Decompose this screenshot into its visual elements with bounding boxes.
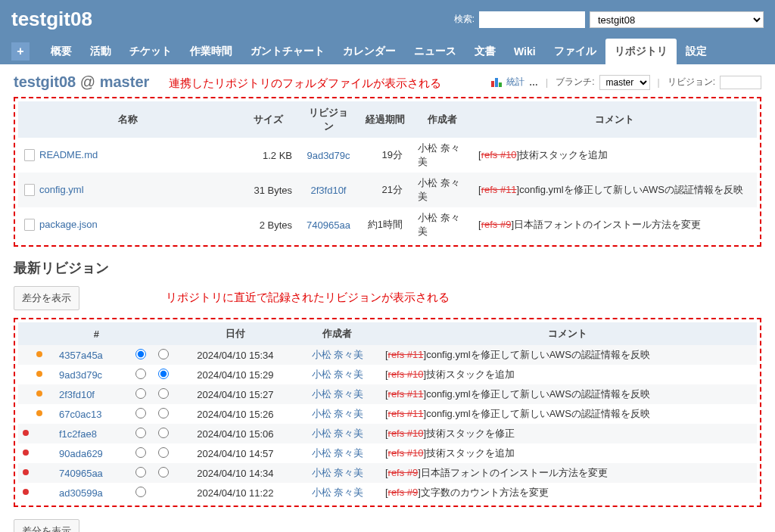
tab-tickets[interactable]: チケット: [120, 39, 181, 64]
files-table: 名称 サイズ リビジョン 経過期間 作成者 コメント README.md 1.2…: [18, 101, 757, 242]
revisions-title: 最新リビジョン: [14, 259, 761, 277]
revision-link[interactable]: 9ad3d79c: [59, 369, 102, 381]
revision-row: 9ad3d79c 2024/04/10 15:29 小松 奈々美 [refs #…: [18, 365, 757, 384]
svg-point-6: [23, 469, 29, 475]
diff-radio-from[interactable]: [135, 388, 146, 399]
file-link[interactable]: README.md: [39, 149, 98, 160]
revision-label: リビジョン:: [668, 76, 715, 89]
revision-row: f1c2fae8 2024/04/10 15:06 小松 奈々美 [refs #…: [18, 424, 757, 443]
tab-files[interactable]: ファイル: [545, 39, 605, 64]
file-row: package.json 2 Bytes 740965aa 約1時間 小松 奈々…: [18, 207, 757, 242]
diff-radio-to[interactable]: [158, 447, 169, 458]
revisions-box: # 日付 作成者 コメント 4357a45a 2024/04/10 15:34 …: [14, 318, 761, 507]
revision-row: 740965aa 2024/04/10 14:34 小松 奈々美 [refs #…: [18, 463, 757, 483]
author-link[interactable]: 小松 奈々美: [312, 487, 364, 498]
stats-icon: [491, 78, 502, 87]
diff-radio-to[interactable]: [158, 369, 169, 379]
tab-settings[interactable]: 設定: [677, 39, 716, 64]
annotation-revisions: リポジトリに直近で記録されたリビジョンが表示される: [166, 291, 450, 305]
diff-radio-from[interactable]: [135, 408, 146, 418]
diff-radio-to[interactable]: [158, 428, 169, 438]
tab-overview[interactable]: 概要: [42, 39, 81, 64]
revision-link[interactable]: 9ad3d79c: [307, 150, 350, 161]
issue-ref[interactable]: refs #9: [388, 487, 419, 498]
author-link[interactable]: 小松 奈々美: [312, 388, 364, 400]
revisions-table: # 日付 作成者 コメント 4357a45a 2024/04/10 15:34 …: [18, 322, 757, 502]
revision-link[interactable]: ad30599a: [59, 487, 103, 499]
tab-repository[interactable]: リポジトリ: [605, 39, 677, 64]
revision-link[interactable]: f1c2fae8: [59, 428, 97, 440]
issue-ref[interactable]: refs #9: [481, 219, 512, 230]
author-link[interactable]: 小松 奈々美: [312, 467, 364, 478]
tab-gantt[interactable]: ガントチャート: [241, 39, 334, 64]
issue-ref[interactable]: refs #11: [388, 388, 424, 400]
diff-radio-to[interactable]: [158, 408, 169, 418]
revision-link[interactable]: 4357a45a: [59, 350, 103, 361]
branch-label: ブランチ:: [556, 76, 594, 89]
issue-ref[interactable]: refs #9: [388, 467, 419, 478]
diff-radio-from[interactable]: [135, 467, 146, 478]
search-label: 検索:: [454, 13, 475, 26]
file-icon: [24, 184, 35, 196]
diff-radio-from[interactable]: [135, 369, 146, 379]
file-link[interactable]: package.json: [39, 219, 98, 230]
diff-button-top[interactable]: 差分を表示: [14, 286, 79, 310]
revision-row: 2f3fd10f 2024/04/10 15:27 小松 奈々美 [refs #…: [18, 384, 757, 404]
author-link[interactable]: 小松 奈々美: [312, 428, 364, 439]
issue-ref[interactable]: refs #11: [388, 408, 424, 419]
issue-ref[interactable]: refs #11: [481, 184, 517, 195]
author-link[interactable]: 小松 奈々美: [312, 447, 364, 459]
file-icon: [24, 149, 35, 161]
diff-radio-to[interactable]: [158, 467, 169, 478]
author-link[interactable]: 小松 奈々美: [312, 349, 364, 360]
add-tab-button[interactable]: +: [11, 42, 30, 61]
project-select[interactable]: testgit08: [590, 11, 764, 28]
repo-title: testgit08 @ master 連携したリポジトリのフォルダファイルが表示…: [14, 73, 441, 91]
file-row: README.md 1.2 KB 9ad3d79c 19分 小松 奈々美 [re…: [18, 138, 757, 173]
author-link[interactable]: 小松 奈々美: [312, 369, 364, 380]
revision-link[interactable]: 2f3fd10f: [311, 185, 347, 196]
issue-ref[interactable]: refs #10: [388, 447, 424, 459]
revision-link[interactable]: 67c0ac13: [59, 409, 101, 420]
file-row: config.yml 31 Bytes 2f3fd10f 21分 小松 奈々美 …: [18, 173, 757, 207]
revision-link[interactable]: 2f3fd10f: [59, 389, 95, 400]
diff-radio-from[interactable]: [135, 428, 146, 438]
svg-point-4: [23, 430, 29, 436]
tab-documents[interactable]: 文書: [465, 39, 505, 64]
tab-news[interactable]: ニュース: [405, 39, 465, 64]
issue-ref[interactable]: refs #10: [388, 369, 424, 380]
revision-row: ad30599a 2024/04/10 11:22 小松 奈々美 [refs #…: [18, 483, 757, 502]
branch-select[interactable]: master: [599, 75, 650, 90]
issue-ref[interactable]: refs #11: [388, 349, 424, 360]
revision-row: 90ada629 2024/04/10 14:57 小松 奈々美 [refs #…: [18, 443, 757, 463]
diff-radio-to[interactable]: [158, 349, 169, 359]
svg-point-1: [36, 371, 42, 377]
files-box: 名称 サイズ リビジョン 経過期間 作成者 コメント README.md 1.2…: [14, 97, 761, 247]
revision-link[interactable]: 740965aa: [59, 468, 103, 479]
svg-point-3: [36, 410, 42, 416]
file-link[interactable]: config.yml: [39, 184, 84, 195]
revision-input[interactable]: [720, 76, 761, 89]
revision-link[interactable]: 740965aa: [307, 219, 350, 231]
tab-wiki[interactable]: Wiki: [505, 39, 545, 64]
more-button[interactable]: …: [529, 77, 538, 88]
tab-calendar[interactable]: カレンダー: [334, 39, 405, 64]
tab-worktime[interactable]: 作業時間: [181, 39, 241, 64]
svg-point-0: [36, 351, 42, 357]
diff-radio-from[interactable]: [135, 447, 146, 458]
issue-ref[interactable]: refs #10: [388, 428, 424, 439]
project-title: testgit08: [11, 8, 92, 31]
diff-button-bottom[interactable]: 差分を表示: [14, 519, 79, 532]
stats-link[interactable]: 統計: [506, 76, 524, 89]
tabs-row: + 概要 活動 チケット 作業時間 ガントチャート カレンダー ニュース 文書 …: [11, 39, 764, 64]
revision-link[interactable]: 90ada629: [59, 448, 103, 459]
issue-ref[interactable]: refs #10: [481, 149, 517, 160]
top-header: testgit08 検索: testgit08 + 概要 活動 チケット 作業時…: [0, 0, 775, 64]
diff-radio-to[interactable]: [158, 388, 169, 399]
revision-row: 4357a45a 2024/04/10 15:34 小松 奈々美 [refs #…: [18, 345, 757, 365]
author-link[interactable]: 小松 奈々美: [312, 408, 364, 419]
diff-radio-from[interactable]: [135, 349, 146, 359]
diff-radio-from[interactable]: [135, 487, 146, 497]
tab-activity[interactable]: 活動: [81, 39, 120, 64]
search-input[interactable]: [479, 11, 585, 28]
